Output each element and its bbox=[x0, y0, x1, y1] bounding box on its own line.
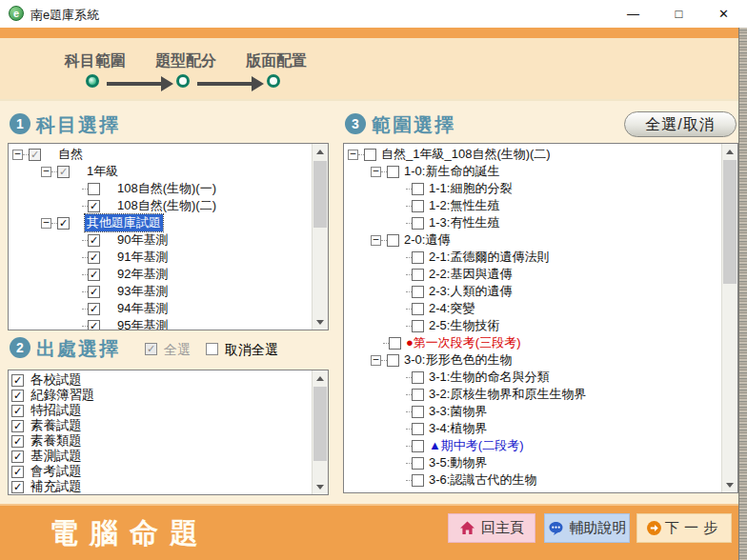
tree-item-label[interactable]: 94年基測 bbox=[115, 300, 170, 317]
deselect-all-label[interactable]: 取消全選 bbox=[225, 342, 278, 359]
list-item-label[interactable]: 補充試題 bbox=[29, 478, 84, 495]
scrollbar-thumb[interactable] bbox=[723, 160, 737, 284]
home-button[interactable]: 回主頁 bbox=[448, 513, 535, 543]
toggle-select-all-button[interactable]: 全選/取消 bbox=[624, 111, 737, 137]
scroll-up-icon[interactable] bbox=[313, 370, 328, 386]
tree-item-label[interactable]: 2-2:基因與遺傳 bbox=[427, 266, 514, 283]
select-all-label[interactable]: 全選 bbox=[164, 342, 191, 359]
checkbox[interactable]: ✓ bbox=[88, 251, 100, 264]
scrollbar-thumb[interactable] bbox=[313, 387, 327, 461]
expand-toggle-icon[interactable]: − bbox=[371, 167, 381, 177]
expand-toggle-icon[interactable]: − bbox=[371, 235, 381, 246]
checkbox[interactable] bbox=[412, 200, 424, 212]
expand-toggle-icon[interactable]: − bbox=[348, 150, 358, 160]
tree-item-label[interactable]: 91年基測 bbox=[115, 249, 170, 266]
help-button[interactable]: 輔助說明 bbox=[544, 513, 630, 543]
tree-item-label[interactable]: ●第一次段考(三段考) bbox=[404, 334, 523, 351]
tree-item-label[interactable]: 2-5:生物技術 bbox=[427, 317, 501, 334]
vertical-scrollbar[interactable] bbox=[312, 144, 328, 330]
checkbox[interactable]: ✓ bbox=[29, 149, 41, 161]
tree-item-label[interactable]: 2-0:遺傳 bbox=[402, 231, 452, 249]
checkbox[interactable]: ✓ bbox=[11, 481, 24, 493]
checkbox[interactable] bbox=[412, 406, 424, 418]
tree-item-label[interactable]: 3-2:原核生物界和原生生物界 bbox=[427, 386, 588, 403]
scroll-down-icon[interactable] bbox=[313, 479, 328, 494]
tree-item-label[interactable]: 3-6:認識古代的生物 bbox=[427, 471, 538, 489]
checkbox[interactable]: ✓ bbox=[57, 166, 70, 178]
tree-item-label[interactable]: 1-1:細胞的分裂 bbox=[427, 180, 514, 197]
checkbox[interactable] bbox=[387, 354, 399, 367]
checkbox[interactable]: ✓ bbox=[11, 420, 24, 432]
checkbox[interactable] bbox=[412, 389, 424, 401]
tree-item-label[interactable]: 3-1:生物的命名與分類 bbox=[427, 369, 551, 386]
checkbox[interactable] bbox=[412, 440, 424, 452]
expand-toggle-icon[interactable]: − bbox=[371, 355, 381, 366]
checkbox[interactable] bbox=[412, 269, 424, 281]
checkbox[interactable] bbox=[412, 183, 424, 195]
expand-toggle-icon[interactable]: − bbox=[41, 167, 51, 177]
deselect-all-checkbox[interactable] bbox=[206, 343, 218, 355]
next-step-button[interactable]: 下一步 bbox=[636, 513, 732, 543]
expand-toggle-icon[interactable]: − bbox=[12, 150, 23, 160]
tree-item-label[interactable]: 自然_1年級_108自然(生物)(二) bbox=[379, 146, 553, 163]
checkbox[interactable] bbox=[389, 337, 401, 350]
checkbox[interactable]: ✓ bbox=[11, 405, 24, 417]
checkbox[interactable] bbox=[412, 251, 424, 264]
checkbox[interactable] bbox=[364, 149, 376, 161]
tree-item-label[interactable]: 92年基測 bbox=[115, 266, 170, 283]
tree-item-label[interactable]: 2-4:突變 bbox=[427, 300, 476, 317]
checkbox[interactable]: ✓ bbox=[88, 234, 100, 247]
checkbox[interactable]: ✓ bbox=[11, 435, 24, 448]
scroll-down-icon[interactable] bbox=[313, 314, 328, 330]
tree-item-label[interactable]: 108自然(生物)(二) bbox=[115, 197, 218, 214]
vertical-scrollbar[interactable] bbox=[721, 144, 737, 492]
checkbox[interactable]: ✓ bbox=[88, 286, 100, 298]
select-all-checkbox[interactable]: ✓ bbox=[145, 343, 157, 355]
tree-item-label[interactable]: 3-4:植物界 bbox=[427, 420, 489, 437]
checkbox[interactable]: ✓ bbox=[88, 320, 100, 331]
tree-item-label[interactable]: 1-2:無性生殖 bbox=[427, 197, 501, 214]
checkbox[interactable] bbox=[387, 234, 399, 247]
checkbox[interactable]: ✓ bbox=[11, 374, 24, 387]
scroll-down-icon[interactable] bbox=[722, 477, 737, 492]
tree-item-label[interactable]: 自然 bbox=[56, 146, 85, 163]
maximize-icon[interactable]: □ bbox=[657, 0, 700, 28]
tree-item-label[interactable]: 2-3:人類的遺傳 bbox=[427, 283, 514, 300]
tree-item-label[interactable]: 3-3:菌物界 bbox=[427, 403, 489, 420]
tree-item-label[interactable]: 95年基測 bbox=[115, 317, 170, 330]
checkbox[interactable]: ✓ bbox=[11, 390, 24, 402]
checkbox[interactable] bbox=[412, 217, 424, 230]
scrollbar-thumb[interactable] bbox=[313, 161, 327, 228]
tree-item-label[interactable]: 108自然(生物)(一) bbox=[115, 180, 218, 197]
tree-item-label[interactable]: 其他題庫試題 bbox=[85, 214, 163, 231]
checkbox[interactable] bbox=[412, 371, 424, 384]
tree-item-label[interactable]: 3-5:動物界 bbox=[427, 454, 489, 471]
checkbox[interactable]: ✓ bbox=[88, 269, 100, 281]
tree-item-label[interactable]: 1-3:有性生殖 bbox=[427, 214, 501, 231]
checkbox[interactable]: ✓ bbox=[88, 303, 100, 315]
checkbox[interactable] bbox=[88, 183, 100, 195]
expand-toggle-icon[interactable]: − bbox=[41, 218, 51, 229]
checkbox[interactable]: ✓ bbox=[88, 200, 100, 212]
checkbox[interactable] bbox=[412, 457, 424, 470]
checkbox[interactable] bbox=[412, 423, 424, 435]
checkbox[interactable]: ✓ bbox=[57, 217, 70, 230]
tree-item-label[interactable]: ▲期中考(二段考) bbox=[427, 437, 526, 454]
checkbox[interactable] bbox=[412, 474, 424, 487]
minimize-icon[interactable]: — bbox=[612, 0, 655, 28]
checkbox[interactable] bbox=[412, 320, 424, 332]
checkbox[interactable]: ✓ bbox=[11, 466, 24, 478]
tree-item-label[interactable]: 1-0:新生命的誕生 bbox=[402, 163, 501, 180]
tree-item-label[interactable]: 3-0:形形色色的生物 bbox=[402, 351, 514, 369]
tree-item-label[interactable]: 93年基測 bbox=[115, 283, 170, 300]
tree-item-label[interactable]: 2-1:孟德爾的遺傳法則 bbox=[427, 249, 551, 266]
vertical-scrollbar[interactable] bbox=[312, 370, 328, 494]
checkbox[interactable]: ✓ bbox=[11, 450, 24, 463]
tree-item-label[interactable]: 1年級 bbox=[85, 163, 120, 180]
checkbox[interactable] bbox=[412, 303, 424, 315]
tree-item-label[interactable]: 90年基測 bbox=[115, 231, 170, 249]
close-icon[interactable]: ✕ bbox=[702, 0, 745, 28]
checkbox[interactable] bbox=[387, 166, 399, 178]
scroll-up-icon[interactable] bbox=[313, 144, 328, 159]
scroll-up-icon[interactable] bbox=[722, 144, 737, 159]
